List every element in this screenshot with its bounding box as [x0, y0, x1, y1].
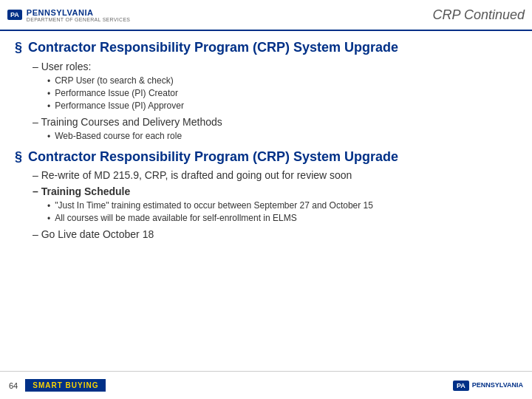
- training-courses-label: – Training Courses and Delivery Methods: [33, 116, 222, 128]
- section-2-title: Contractor Responsibility Program (CRP) …: [28, 149, 398, 166]
- section-1: § Contractor Responsibility Program (CRP…: [15, 40, 517, 142]
- section-2-bullet: §: [15, 149, 22, 166]
- subsection-user-roles: – User roles: • CRP User (to search & ch…: [33, 61, 517, 112]
- footer-left: 64 SMART BUYING: [9, 379, 106, 392]
- list-item: • "Just In Time" training estimated to o…: [47, 200, 517, 211]
- golive-label: – Go Live date October 18: [33, 228, 154, 240]
- page-number: 64: [9, 381, 18, 390]
- user-roles-header: – User roles:: [33, 61, 517, 72]
- section-2: § Contractor Responsibility Program (CRP…: [15, 149, 517, 241]
- pa-logo-small: PA: [453, 381, 469, 391]
- logo-main-text: pennsylvania: [27, 8, 130, 17]
- footer: 64 SMART BUYING PA pennsylvania: [0, 371, 532, 399]
- bullet-dot-icon: •: [47, 101, 50, 112]
- list-item-text: All courses will be made available for s…: [55, 213, 296, 223]
- training-schedule-list: • "Just In Time" training estimated to o…: [47, 200, 517, 224]
- golive-header: – Go Live date October 18: [33, 228, 517, 240]
- training-courses-header: – Training Courses and Delivery Methods: [33, 116, 517, 128]
- list-item: • Performance Issue (PI) Creator: [47, 88, 517, 99]
- list-item: • Performance Issue (PI) Approver: [47, 100, 517, 112]
- list-item: • CRP User (to search & check): [47, 75, 517, 86]
- footer-banner: SMART BUYING: [25, 379, 106, 392]
- training-schedule-header: – Training Schedule: [33, 185, 517, 197]
- training-schedule-label: – Training Schedule: [33, 185, 130, 197]
- list-item-text: Performance Issue (PI) Approver: [55, 100, 184, 111]
- section-2-header: § Contractor Responsibility Program (CRP…: [15, 149, 517, 166]
- pa-text-small: pennsylvania: [472, 382, 523, 389]
- list-item-text: CRP User (to search & check): [55, 75, 174, 86]
- logo-text: pennsylvania DEPARTMENT OF GENERAL SERVI…: [27, 8, 130, 22]
- subsection-training-courses: – Training Courses and Delivery Methods …: [33, 116, 517, 142]
- header: PA pennsylvania DEPARTMENT OF GENERAL SE…: [0, 0, 532, 31]
- subsection-golive: – Go Live date October 18: [33, 228, 517, 240]
- rewrite-header: – Re-write of MD 215.9, CRP, is drafted …: [33, 169, 517, 181]
- list-item: • All courses will be made available for…: [47, 213, 517, 224]
- section-1-bullet: §: [15, 40, 22, 56]
- bullet-dot-icon: •: [47, 76, 50, 86]
- bullet-dot-icon: •: [47, 201, 50, 211]
- main-content: § Contractor Responsibility Program (CRP…: [0, 31, 532, 371]
- subsection-rewrite: – Re-write of MD 215.9, CRP, is drafted …: [33, 169, 517, 181]
- subsection-training-schedule: – Training Schedule • "Just In Time" tra…: [33, 185, 517, 224]
- list-item-text: Performance Issue (PI) Creator: [55, 88, 178, 98]
- list-item-text: Web-Based course for each role: [55, 131, 182, 141]
- logo-badge: PA: [7, 10, 22, 21]
- bullet-dot-icon: •: [47, 214, 50, 224]
- logo-sub-text: DEPARTMENT OF GENERAL SERVICES: [27, 17, 130, 22]
- logo: PA pennsylvania DEPARTMENT OF GENERAL SE…: [7, 8, 130, 22]
- list-item: • Web-Based course for each role: [47, 131, 517, 142]
- rewrite-label: – Re-write of MD 215.9, CRP, is drafted …: [33, 169, 352, 181]
- header-title: CRP Continued: [433, 7, 525, 23]
- section-1-header: § Contractor Responsibility Program (CRP…: [15, 40, 517, 56]
- list-item-text: "Just In Time" training estimated to occ…: [55, 200, 373, 211]
- user-roles-label: – User roles:: [33, 61, 91, 72]
- user-roles-list: • CRP User (to search & check) • Perform…: [47, 75, 517, 112]
- section-1-title: Contractor Responsibility Program (CRP) …: [28, 40, 398, 56]
- footer-logo-right: PA pennsylvania: [453, 381, 523, 391]
- training-courses-list: • Web-Based course for each role: [47, 131, 517, 142]
- bullet-dot-icon: •: [47, 132, 50, 142]
- bullet-dot-icon: •: [47, 89, 50, 99]
